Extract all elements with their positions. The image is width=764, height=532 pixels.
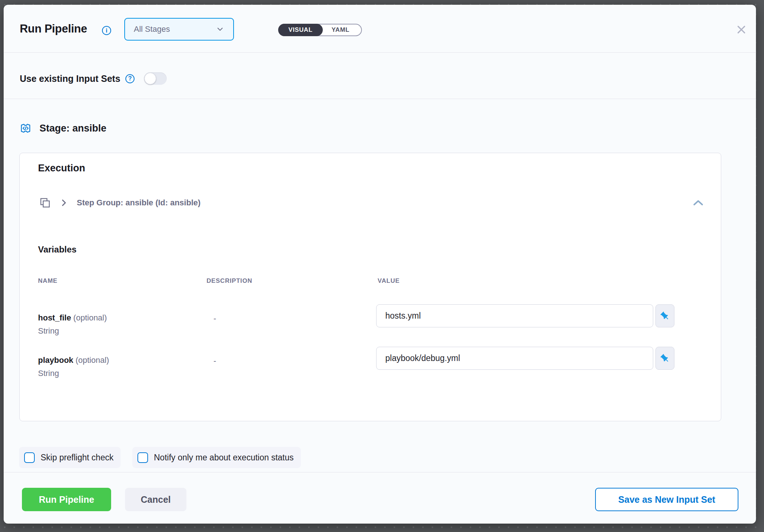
variable-description: - bbox=[213, 314, 216, 323]
variable-type: String bbox=[38, 326, 59, 336]
notify-me-label: Notify only me about execution status bbox=[154, 453, 294, 463]
variable-type: String bbox=[38, 369, 59, 378]
variable-name: host_file (optional) bbox=[38, 313, 107, 323]
skip-preflight-label: Skip preflight check bbox=[41, 453, 113, 463]
step-group-copy-icon bbox=[38, 196, 51, 209]
chevron-right-icon[interactable] bbox=[60, 199, 68, 207]
help-icon[interactable]: ? bbox=[125, 74, 135, 83]
host-file-value-input[interactable] bbox=[376, 304, 653, 327]
step-group-row: Step Group: ansible (Id: ansible) bbox=[38, 195, 201, 210]
header-divider bbox=[4, 52, 756, 53]
skip-preflight-option: Skip preflight check bbox=[19, 447, 121, 468]
custom-stage-code-icon bbox=[20, 122, 31, 134]
tab-yaml[interactable]: YAML bbox=[322, 24, 361, 35]
run-pipeline-button[interactable]: Run Pipeline bbox=[22, 488, 111, 511]
variable-description: - bbox=[213, 356, 216, 366]
execution-title: Execution bbox=[38, 163, 85, 174]
toggle-knob bbox=[144, 73, 156, 84]
tab-visual[interactable]: VISUAL bbox=[278, 24, 323, 36]
step-group-label: Step Group: ansible (Id: ansible) bbox=[77, 198, 201, 208]
footer-divider bbox=[4, 472, 756, 472]
cancel-button[interactable]: Cancel bbox=[125, 488, 186, 511]
run-pipeline-modal: Run Pipeline i All Stages VISUAL YAML Us… bbox=[4, 5, 756, 524]
column-header-value: VALUE bbox=[378, 277, 400, 285]
stage-row: Stage: ansible bbox=[20, 121, 106, 136]
chevron-down-icon bbox=[216, 25, 224, 34]
page-title: Run Pipeline bbox=[20, 22, 87, 35]
use-existing-input-sets-label: Use existing Input Sets bbox=[20, 73, 120, 84]
use-existing-input-sets-row: Use existing Input Sets ? bbox=[20, 71, 167, 87]
input-sets-toggle[interactable] bbox=[144, 72, 167, 85]
skip-preflight-checkbox[interactable] bbox=[24, 452, 35, 463]
collapse-chevron-up-icon[interactable] bbox=[690, 196, 706, 209]
stage-select-dropdown[interactable]: All Stages bbox=[124, 18, 234, 41]
stage-select-value: All Stages bbox=[134, 24, 170, 34]
execution-card: Execution Step Group: ansible (Id: ansib… bbox=[19, 153, 721, 421]
notify-me-option: Notify only me about execution status bbox=[132, 447, 301, 468]
info-icon[interactable]: i bbox=[102, 26, 111, 35]
playbook-value-input[interactable] bbox=[376, 347, 653, 370]
stage-title: Stage: ansible bbox=[39, 123, 106, 134]
section-divider bbox=[4, 99, 756, 99]
visual-yaml-toggle: VISUAL YAML bbox=[278, 24, 362, 36]
column-header-name: NAME bbox=[38, 277, 57, 285]
variables-title: Variables bbox=[38, 244, 76, 255]
variable-name: playbook (optional) bbox=[38, 356, 109, 365]
pipeline-studio-backdrop: Run Pipeline i All Stages VISUAL YAML Us… bbox=[0, 0, 764, 532]
pin-icon[interactable] bbox=[655, 304, 674, 327]
close-icon[interactable] bbox=[734, 22, 749, 37]
column-header-description: DESCRIPTION bbox=[207, 277, 252, 285]
notify-me-checkbox[interactable] bbox=[137, 452, 148, 463]
pin-icon[interactable] bbox=[655, 347, 674, 370]
save-as-new-input-set-button[interactable]: Save as New Input Set bbox=[595, 488, 738, 511]
